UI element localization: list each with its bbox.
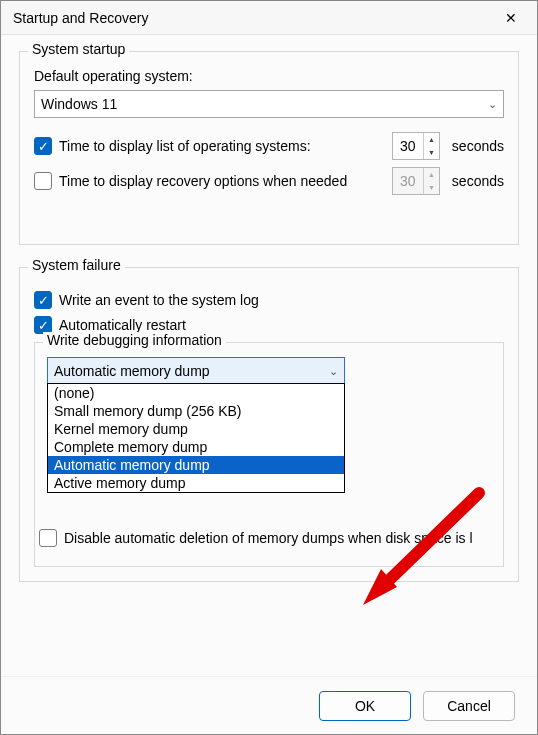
display-recovery-seconds-spinner: 30 ▲ ▼ [392,167,440,195]
display-list-checkbox[interactable]: ✓ [34,137,52,155]
display-recovery-suffix: seconds [452,173,504,189]
spinner-down-icon[interactable]: ▼ [424,146,439,159]
display-recovery-seconds-value: 30 [393,168,423,194]
dump-type-option[interactable]: Complete memory dump [48,438,344,456]
system-startup-legend: System startup [28,41,129,57]
default-os-label: Default operating system: [34,68,504,84]
ok-button[interactable]: OK [319,691,411,721]
default-os-select[interactable]: Windows 11 ⌄ [34,90,504,118]
cancel-button[interactable]: Cancel [423,691,515,721]
write-event-checkbox[interactable]: ✓ [34,291,52,309]
close-icon[interactable]: ✕ [491,4,531,32]
startup-recovery-dialog: Startup and Recovery ✕ System startup De… [0,0,538,735]
system-failure-group: System failure ✓ Write an event to the s… [19,267,519,582]
write-debug-legend: Write debugging information [43,332,226,348]
display-recovery-label[interactable]: Time to display recovery options when ne… [59,173,347,189]
spinner-down-icon: ▼ [424,181,439,194]
titlebar: Startup and Recovery ✕ [1,1,537,35]
default-os-value: Windows 11 [41,96,117,112]
display-list-seconds-value: 30 [393,133,423,159]
display-list-seconds-spinner[interactable]: 30 ▲ ▼ [392,132,440,160]
write-event-label[interactable]: Write an event to the system log [59,292,259,308]
chevron-down-icon: ⌄ [329,365,338,378]
display-list-label[interactable]: Time to display list of operating system… [59,138,311,154]
chevron-down-icon: ⌄ [488,98,497,111]
dump-type-option[interactable]: Automatic memory dump [48,456,344,474]
auto-restart-label[interactable]: Automatically restart [59,317,186,333]
dump-type-selected: Automatic memory dump [54,363,210,379]
dialog-body: System startup Default operating system:… [1,35,537,676]
disable-auto-delete-label[interactable]: Disable automatic deletion of memory dum… [64,530,473,546]
dump-type-select[interactable]: Automatic memory dump ⌄ [47,357,345,385]
disable-auto-delete-checkbox[interactable] [39,529,57,547]
write-debug-group: Write debugging information Automatic me… [34,342,504,567]
spinner-up-icon[interactable]: ▲ [424,133,439,146]
dump-type-option[interactable]: (none) [48,384,344,402]
dump-type-option[interactable]: Kernel memory dump [48,420,344,438]
spinner-up-icon: ▲ [424,168,439,181]
dialog-footer: OK Cancel [1,676,537,734]
dump-type-option[interactable]: Small memory dump (256 KB) [48,402,344,420]
display-recovery-checkbox[interactable] [34,172,52,190]
dump-type-option[interactable]: Active memory dump [48,474,344,492]
display-list-suffix: seconds [452,138,504,154]
window-title: Startup and Recovery [13,10,491,26]
system-failure-legend: System failure [28,257,125,273]
system-startup-group: System startup Default operating system:… [19,51,519,245]
dump-type-dropdown-list[interactable]: (none)Small memory dump (256 KB)Kernel m… [47,383,345,493]
